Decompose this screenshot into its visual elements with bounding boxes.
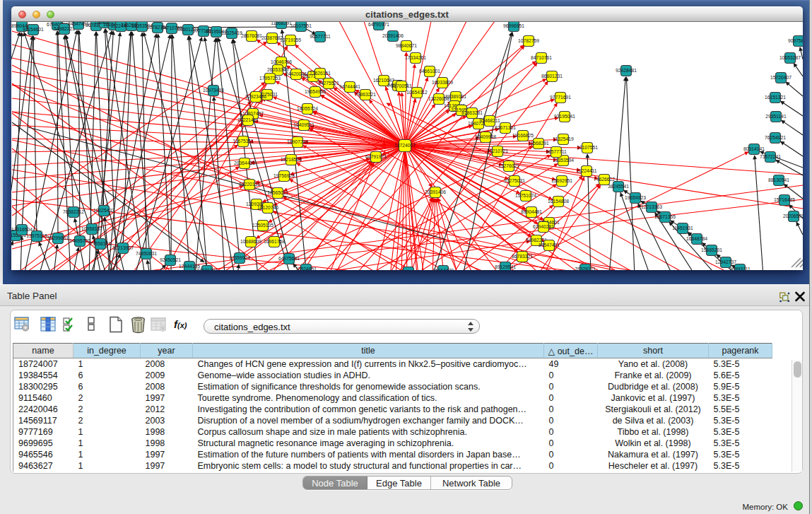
svg-text:74850631: 74850631 xyxy=(136,251,157,256)
svg-text:18724007: 18724007 xyxy=(394,143,416,148)
svg-text:25221411: 25221411 xyxy=(237,117,259,122)
svg-text:10719155: 10719155 xyxy=(280,37,301,42)
svg-text:16210643: 16210643 xyxy=(373,78,394,83)
svg-text:89129541: 89129541 xyxy=(495,264,516,269)
svg-text:11568291: 11568291 xyxy=(528,141,549,146)
svg-text:74626612: 74626612 xyxy=(594,177,615,182)
svg-text:73572241: 73572241 xyxy=(760,154,781,159)
svg-text:18907249: 18907249 xyxy=(287,139,308,144)
svg-text:11568291: 11568291 xyxy=(271,22,292,25)
svg-text:12505135: 12505135 xyxy=(252,223,273,228)
svg-text:89389181: 89389181 xyxy=(445,94,466,99)
svg-text:10958187: 10958187 xyxy=(81,226,102,231)
svg-text:10107551: 10107551 xyxy=(577,145,598,150)
svg-text:11325419: 11325419 xyxy=(553,136,574,141)
svg-text:19654955: 19654955 xyxy=(305,89,326,94)
svg-text:19654923: 19654923 xyxy=(625,195,646,200)
svg-text:13276021: 13276021 xyxy=(498,163,519,168)
svg-text:13640910: 13640910 xyxy=(398,269,419,270)
svg-text:18565011: 18565011 xyxy=(267,190,288,195)
svg-text:11224411: 11224411 xyxy=(577,168,597,173)
svg-text:13353594: 13353594 xyxy=(553,158,574,163)
svg-text:10973493: 10973493 xyxy=(203,88,224,93)
svg-text:76254021: 76254021 xyxy=(765,135,786,140)
svg-text:15751074: 15751074 xyxy=(515,193,536,198)
svg-text:64661001: 64661001 xyxy=(419,69,440,74)
svg-text:14495750: 14495750 xyxy=(69,238,90,243)
svg-text:90975887: 90975887 xyxy=(788,38,803,43)
svg-text:10046706: 10046706 xyxy=(271,59,292,64)
svg-text:16961758: 16961758 xyxy=(264,239,285,244)
svg-text:16409948: 16409948 xyxy=(475,134,496,139)
svg-text:10025433: 10025433 xyxy=(93,208,114,213)
svg-text:76382212: 76382212 xyxy=(63,209,84,214)
svg-text:17957253: 17957253 xyxy=(259,76,281,81)
svg-text:89904481: 89904481 xyxy=(521,209,542,214)
svg-text:96577711: 96577711 xyxy=(546,149,567,154)
svg-text:14055724: 14055724 xyxy=(297,106,318,111)
svg-text:64975681: 64975681 xyxy=(278,256,300,261)
svg-text:64791971: 64791971 xyxy=(365,154,387,159)
svg-text:67940281: 67940281 xyxy=(533,224,554,229)
svg-text:54982221: 54982221 xyxy=(54,26,75,31)
svg-text:13975115: 13975115 xyxy=(26,233,47,238)
svg-text:88130541: 88130541 xyxy=(768,177,789,182)
svg-text:20391406: 20391406 xyxy=(382,33,404,38)
svg-text:86783321: 86783321 xyxy=(512,254,533,259)
svg-text:16151321: 16151321 xyxy=(765,95,786,100)
svg-text:15885201: 15885201 xyxy=(701,247,722,252)
svg-text:15692951: 15692951 xyxy=(551,178,572,183)
svg-text:86601231: 86601231 xyxy=(541,74,563,78)
svg-text:97771691: 97771691 xyxy=(550,95,571,100)
svg-text:16154808: 16154808 xyxy=(548,199,569,204)
svg-text:64791971: 64791971 xyxy=(368,22,389,27)
svg-text:20206570: 20206570 xyxy=(783,214,803,218)
svg-text:13524851: 13524851 xyxy=(295,267,317,270)
svg-text:17334261: 17334261 xyxy=(405,55,426,60)
svg-text:28676081: 28676081 xyxy=(241,33,262,38)
svg-text:19166825: 19166825 xyxy=(512,133,534,138)
svg-text:84710761: 84710761 xyxy=(531,55,552,60)
svg-text:10653287: 10653287 xyxy=(779,55,801,60)
svg-text:11325419: 11325419 xyxy=(221,30,242,35)
svg-text:17016504: 17016504 xyxy=(11,227,33,232)
svg-text:80314141: 80314141 xyxy=(743,146,765,151)
svg-text:93299661: 93299661 xyxy=(47,235,69,240)
svg-text:16409511: 16409511 xyxy=(293,122,314,127)
svg-text:83220131: 83220131 xyxy=(239,182,260,187)
svg-text:94744441: 94744441 xyxy=(339,84,360,89)
svg-text:96993211: 96993211 xyxy=(729,267,751,270)
svg-text:16120746: 16120746 xyxy=(257,205,278,210)
svg-text:82671301: 82671301 xyxy=(495,125,516,130)
svg-text:79558121: 79558121 xyxy=(90,241,111,246)
svg-text:16914479: 16914479 xyxy=(433,268,454,270)
svg-text:29351141: 29351141 xyxy=(765,114,787,119)
svg-text:11451931: 11451931 xyxy=(672,226,693,230)
svg-text:93275031: 93275031 xyxy=(504,178,525,183)
svg-text:84547491: 84547491 xyxy=(539,243,560,247)
svg-text:13626151: 13626151 xyxy=(310,71,331,76)
svg-text:91154601: 91154601 xyxy=(23,27,44,32)
svg-text:94275521: 94275521 xyxy=(318,81,339,86)
svg-text:20391406: 20391406 xyxy=(425,189,446,194)
svg-text:92428481: 92428481 xyxy=(616,68,637,73)
svg-text:16033809: 16033809 xyxy=(432,80,453,85)
svg-text:91468211: 91468211 xyxy=(479,118,500,123)
svg-text:96996951: 96996951 xyxy=(503,23,524,28)
svg-text:11675311: 11675311 xyxy=(233,139,254,144)
svg-text:76328211: 76328211 xyxy=(575,267,596,270)
svg-text:93195041: 93195041 xyxy=(554,114,575,119)
svg-text:20364436: 20364436 xyxy=(234,160,255,165)
svg-text:15716485: 15716485 xyxy=(774,197,795,202)
svg-text:10654112: 10654112 xyxy=(406,90,428,95)
svg-text:10688609: 10688609 xyxy=(240,239,261,244)
svg-text:81863281: 81863281 xyxy=(461,110,483,115)
svg-text:31700511: 31700511 xyxy=(391,83,412,88)
svg-text:17359924: 17359924 xyxy=(229,255,250,260)
svg-text:16210721: 16210721 xyxy=(487,148,508,153)
svg-text:12923446: 12923446 xyxy=(245,94,266,99)
svg-text:19756928: 19756928 xyxy=(273,173,295,178)
svg-text:92450521: 92450521 xyxy=(160,257,181,262)
svg-text:27181701: 27181701 xyxy=(196,268,218,270)
svg-text:79863221: 79863221 xyxy=(355,92,376,97)
